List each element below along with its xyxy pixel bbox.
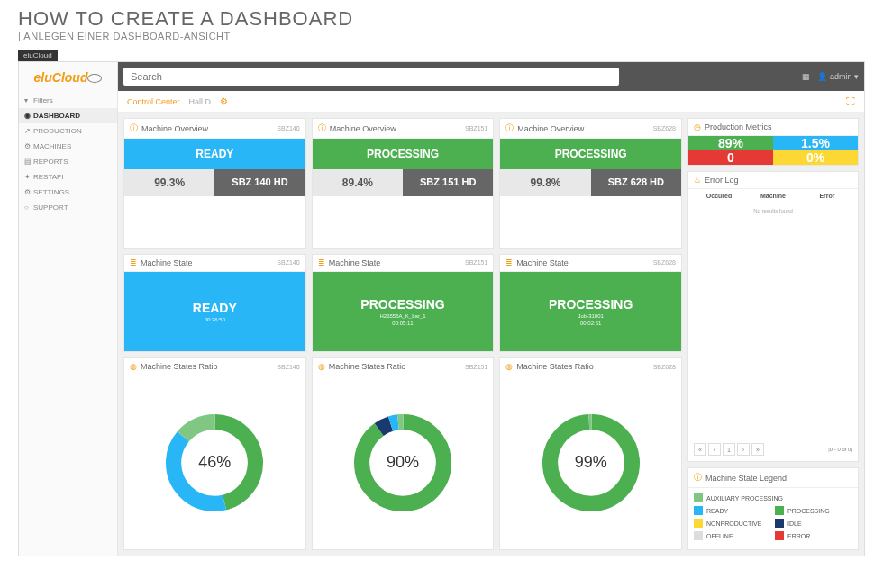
nav-dashboard[interactable]: ◉DASHBOARD [19,108,117,123]
pct-value: 99.3% [124,169,214,196]
chart-icon: ◍ [318,362,325,371]
state-time: 00:02:51 [580,321,601,326]
dashboard-tabs: Control Center Hall D ⚙ ⛶ [118,91,864,113]
swatch-icon [694,506,703,515]
table-header: Occured Machine Error [688,189,858,203]
card-state-3: ≣Machine StateSBZ628 PROCESSINGJob-31001… [499,254,682,353]
flame-icon: ♨ [694,176,701,185]
bars-icon: ≣ [130,258,137,267]
bars-icon: ≣ [318,258,325,267]
card-overview-1: ⓘMachine OverviewSBZ140 READY 99.3%SBZ 1… [123,118,306,249]
gear-icon: ⚙ [24,188,32,196]
pager-page[interactable]: 1 [723,443,735,456]
tab-hall-d[interactable]: Hall D [189,97,212,106]
page-title: HOW TO CREATE A DASHBOARD [18,7,865,31]
pager-next[interactable]: › [737,443,750,456]
info-icon: ⓘ [505,122,514,134]
nav-settings[interactable]: ⚙SETTINGS [19,185,117,200]
state-status: READY [193,301,237,315]
expand-icon[interactable]: ⛶ [846,96,855,106]
metric-4: 0% [773,150,858,165]
state-time: 00:05:11 [392,321,413,326]
chart-icon: ◍ [130,362,137,371]
metric-2: 1.5% [773,136,858,150]
machines-icon: ⚙ [24,142,32,150]
logo: eluCloud [19,62,117,93]
state-job: Job-31001 [578,313,603,319]
pager: « ‹ 1 › » |0 - 0 of 0| [688,438,858,461]
metric-3: 0 [688,150,773,165]
browser-tab: eluCloud [18,50,58,61]
swatch-icon [694,493,703,502]
donut-center-value: 90% [387,453,419,472]
info-icon: ⓘ [694,472,702,484]
card-overview-3: ⓘMachine OverviewSBZ628 PROCESSING 99.8%… [499,118,682,249]
state-status: PROCESSING [360,297,444,312]
clock-icon: ◷ [694,122,701,131]
nav-reports[interactable]: ▤REPORTS [19,154,117,169]
pager-info: |0 - 0 of 0| [828,447,852,452]
nav-filters[interactable]: ▾Filters [19,93,117,108]
card-production-metrics: ◷Production Metrics 89% 1.5% 0 0% [687,118,859,166]
grid-icon[interactable]: ▦ [802,72,810,81]
swatch-icon [775,506,784,515]
pager-first[interactable]: « [694,443,706,456]
api-icon: ✦ [24,173,32,181]
metric-1: 89% [688,136,773,150]
status-badge: PROCESSING [313,139,494,169]
nav-support[interactable]: ○SUPPORT [19,200,117,215]
state-time: 00:26:50 [205,317,225,322]
reports-icon: ▤ [24,158,32,166]
swatch-icon [694,531,703,540]
pct-value: 99.8% [500,169,590,196]
no-results: No results found [688,203,858,219]
state-job: H26555A_K_bar_1 [379,313,425,319]
topbar: ▦ 👤 admin ▾ [118,62,864,91]
status-badge: PROCESSING [500,139,681,169]
card-overview-2: ⓘMachine OverviewSBZ151 PROCESSING 89.4%… [312,118,495,249]
model-label: SBZ 628 HD [591,169,681,196]
info-icon: ⓘ [130,122,138,134]
swatch-icon [775,519,784,528]
user-menu[interactable]: 👤 admin ▾ [817,72,859,81]
dashboard-icon: ◉ [24,112,32,120]
pct-value: 89.4% [313,169,403,196]
nav-restapi[interactable]: ✦RESTAPI [19,169,117,185]
production-icon: ↗ [24,127,32,135]
state-status: PROCESSING [549,297,633,312]
bars-icon: ≣ [505,258,513,267]
info-icon: ⓘ [318,122,326,134]
card-error-log: ♨Error Log Occured Machine Error No resu… [687,171,859,462]
chart-icon: ◍ [505,362,513,371]
nav-production[interactable]: ↗PRODUCTION [19,123,117,139]
tab-control-center[interactable]: Control Center [127,97,180,106]
card-ratio-1: ◍Machine States RatioSBZ140 46% [123,357,306,550]
sidebar: eluCloud ▾Filters ◉DASHBOARD ↗PRODUCTION… [19,62,118,556]
donut-center-value: 99% [575,453,607,472]
card-legend: ⓘMachine State Legend AUXILIARY PROCESSI… [687,467,859,550]
support-icon: ○ [24,204,32,212]
swatch-icon [694,519,703,528]
swatch-icon [775,531,784,540]
tab-settings-icon[interactable]: ⚙ [220,96,228,106]
search-input[interactable] [123,68,619,86]
card-state-1: ≣Machine StateSBZ140 READY00:26:50 [123,254,306,353]
pager-prev[interactable]: ‹ [708,443,721,456]
model-label: SBZ 151 HD [403,169,493,196]
pager-last[interactable]: » [751,443,764,456]
main-content: ▦ 👤 admin ▾ Control Center Hall D ⚙ ⛶ ⓘM… [118,62,864,556]
model-label: SBZ 140 HD [214,169,305,196]
card-state-2: ≣Machine StateSBZ151 PROCESSINGH26555A_K… [312,254,495,353]
card-ratio-3: ◍Machine States RatioSBZ628 99% [499,357,682,550]
nav-machines[interactable]: ⚙MACHINES [19,139,117,154]
nav-list: ▾Filters ◉DASHBOARD ↗PRODUCTION ⚙MACHINE… [19,93,117,215]
donut-center-value: 46% [198,453,231,472]
card-ratio-2: ◍Machine States RatioSBZ151 90% [312,357,495,550]
filter-icon: ▾ [24,96,32,104]
status-badge: READY [124,139,305,169]
cloud-icon [87,74,102,83]
page-subtitle: | ANLEGEN EINER DASHBOARD-ANSICHT [18,31,865,41]
